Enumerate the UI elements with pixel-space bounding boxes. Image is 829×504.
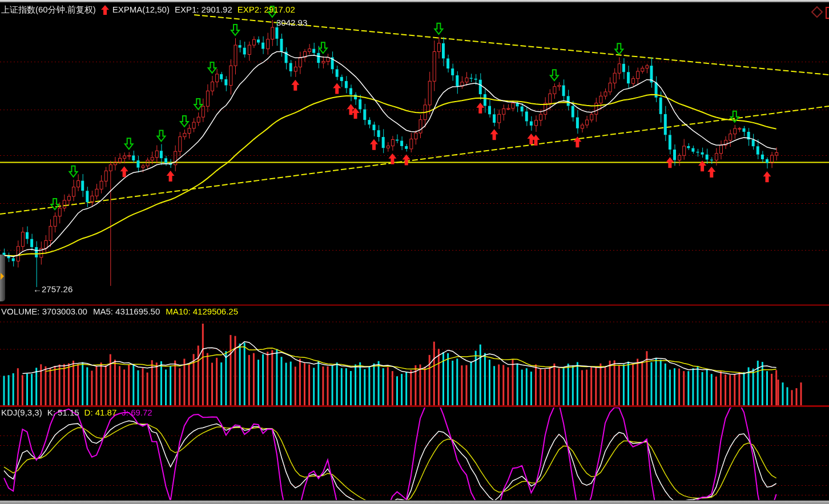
exp2-value: EXP2: 2917.02 <box>238 5 295 15</box>
window-top-border <box>0 0 829 2</box>
volume-value: VOLUME: 3703003.00 <box>1 307 87 317</box>
volume-ma5-value: MA5: 4311695.50 <box>93 307 160 317</box>
chart-window: 上证指数(60分钟.前复权) EXPMA(12,50) EXP1: 2901.9… <box>0 0 829 504</box>
sidebar-expand-handle[interactable] <box>0 255 5 301</box>
volume-ma10-value: MA10: 4129506.25 <box>166 307 238 317</box>
indicator-label[interactable]: EXPMA(12,50) <box>112 5 170 15</box>
diamond-icon[interactable] <box>810 5 824 19</box>
up-arrow-icon <box>101 5 109 15</box>
low-price-label: ←2757.26 <box>33 284 73 295</box>
main-chart-header: 上证指数(60分钟.前复权) EXPMA(12,50) EXP1: 2901.9… <box>1 5 300 15</box>
expand-triangle-icon <box>1 273 4 280</box>
kdj-j-value: J: 69.72 <box>122 408 152 418</box>
kdj-d-value: D: 41.87 <box>84 408 117 418</box>
kdj-indicator-label[interactable]: KDJ(9,3,3) <box>1 408 42 418</box>
volume-header: VOLUME: 3703003.00 MA5: 4311695.50 MA10:… <box>1 307 244 317</box>
high-price-label: 3042.93 <box>276 18 307 28</box>
window-bottom-border <box>0 501 829 504</box>
edge-marker-icon <box>826 7 829 19</box>
symbol-title: 上证指数(60分钟.前复权) <box>1 5 96 15</box>
kdj-k-value: K: 51.15 <box>47 408 79 418</box>
exp1-value: EXP1: 2901.92 <box>175 5 232 15</box>
kdj-header: KDJ(9,3,3) K: 51.15 D: 41.87 J: 69.72 <box>1 408 158 418</box>
chart-canvas[interactable] <box>0 0 829 504</box>
